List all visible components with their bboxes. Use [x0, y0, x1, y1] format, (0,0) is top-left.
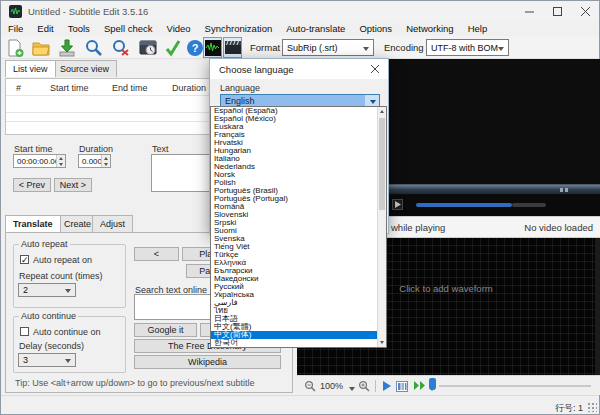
column-header-end-time[interactable]: End time	[112, 83, 148, 93]
language-option[interactable]: ไทย	[211, 307, 377, 315]
column-header-duration[interactable]: Duration	[172, 83, 206, 93]
google-it-button[interactable]: Google it	[134, 323, 197, 337]
language-option[interactable]: Srpski	[211, 219, 377, 227]
column-header-number[interactable]: #	[16, 83, 21, 93]
maximize-button[interactable]	[543, 1, 571, 21]
video-toggle-icon[interactable]	[223, 37, 242, 58]
dialog-close-icon[interactable]	[362, 59, 388, 79]
tab-translate[interactable]: Translate	[5, 215, 61, 232]
language-option[interactable]: Norsk	[211, 171, 377, 179]
spell-check-icon[interactable]	[162, 37, 184, 58]
language-option[interactable]: Italiano	[211, 155, 377, 163]
toolbar: ? Format SubRip (.srt) Encoding UTF-8 wi…	[1, 36, 599, 59]
language-option[interactable]: Hrvatski	[211, 139, 377, 147]
close-button[interactable]	[571, 1, 599, 21]
menu-item[interactable]: Edit	[30, 21, 60, 36]
replace-icon[interactable]	[110, 37, 132, 58]
language-option[interactable]: Tiếng Việt	[211, 243, 377, 251]
language-option[interactable]: Hungarian	[211, 147, 377, 155]
language-option[interactable]: Nederlands	[211, 163, 377, 171]
scroll-up-icon[interactable]	[378, 107, 386, 116]
playback-speed-icon[interactable]	[413, 380, 426, 393]
language-option[interactable]: Türkçe	[211, 251, 377, 259]
encoding-select[interactable]: UTF-8 with BOM	[426, 39, 509, 56]
volume-slider[interactable]	[416, 203, 512, 207]
language-option[interactable]: Português (Brasil)	[211, 187, 377, 195]
format-select[interactable]: SubRip (.srt)	[282, 39, 374, 56]
tab-adjust[interactable]: Adjust	[92, 215, 133, 232]
language-option[interactable]: Français	[211, 131, 377, 139]
minimize-button[interactable]	[515, 1, 543, 21]
tab-list-view[interactable]: List view	[5, 60, 56, 77]
resize-grip[interactable]	[587, 402, 597, 412]
scroll-down-icon[interactable]	[378, 338, 386, 347]
waveform-zoom-value[interactable]: 100%	[320, 381, 343, 391]
language-option[interactable]: Svenska	[211, 235, 377, 243]
tab-source-view[interactable]: Source view	[52, 60, 117, 77]
language-option[interactable]: فارسي	[211, 299, 377, 307]
language-option[interactable]: 日本語	[211, 315, 377, 323]
delay-select[interactable]: 3	[18, 353, 76, 367]
language-option[interactable]: Slovenski	[211, 211, 377, 219]
auto-continue-title: Auto continue	[19, 311, 78, 321]
wikipedia-button[interactable]: Wikipedia	[134, 355, 281, 369]
waveform-scrollbar[interactable]	[595, 238, 600, 375]
menu-item[interactable]: File	[1, 21, 30, 36]
video-play-icon[interactable]	[392, 199, 403, 210]
save-icon[interactable]	[56, 37, 78, 58]
language-option[interactable]: Русский	[211, 283, 377, 291]
app-icon	[9, 5, 22, 18]
language-option[interactable]: Português (Portugal)	[211, 195, 377, 203]
language-option[interactable]: Български	[211, 267, 377, 275]
position-slider-handle[interactable]	[429, 378, 436, 390]
visual-sync-icon[interactable]	[137, 37, 159, 58]
column-header-start-time[interactable]: Start time	[50, 83, 89, 93]
open-file-icon[interactable]	[30, 37, 52, 58]
menu-item[interactable]: Spell check	[97, 21, 160, 36]
scrollbar-thumb[interactable]	[379, 118, 385, 210]
language-option[interactable]: Română	[211, 203, 377, 211]
auto-repeat-checkbox[interactable]: ✓	[20, 255, 29, 264]
menu-item[interactable]: Tools	[61, 21, 97, 36]
zoom-out-icon[interactable]	[304, 380, 316, 394]
waveform-play-icon[interactable]	[382, 380, 392, 394]
language-option[interactable]: 中文(简体)	[211, 331, 377, 339]
language-option[interactable]: Ελληνικά	[211, 259, 377, 267]
svg-text:?: ?	[192, 42, 199, 54]
language-option[interactable]: Español (España)	[211, 107, 377, 115]
spinner-arrows-icon[interactable]	[56, 155, 65, 167]
language-option[interactable]: Українська	[211, 291, 377, 299]
menu-item[interactable]: Video	[159, 21, 197, 36]
prev-button[interactable]: < Prev	[13, 178, 51, 192]
menu-item[interactable]: Networking	[399, 21, 461, 36]
find-icon[interactable]	[83, 37, 105, 58]
new-file-icon[interactable]	[4, 37, 26, 58]
menu-item[interactable]: Options	[352, 21, 399, 36]
language-option[interactable]: Македонски	[211, 275, 377, 283]
position-slider-track[interactable]	[439, 385, 591, 387]
language-option[interactable]: Suomi	[211, 227, 377, 235]
dropdown-scrollbar[interactable]	[377, 107, 386, 347]
repeat-count-label: Repeat count (times)	[19, 271, 103, 281]
language-option[interactable]: 中文(繁體)	[211, 323, 377, 331]
language-option[interactable]: Español (México)	[211, 115, 377, 123]
language-option[interactable]: 한국어	[211, 339, 377, 347]
duration-spinner[interactable]: 0.000	[78, 154, 111, 168]
language-option[interactable]: Euskara	[211, 123, 377, 131]
dialog-title-bar: Choose language	[210, 59, 388, 79]
repeat-count-select[interactable]: 2	[18, 283, 76, 297]
menu-item[interactable]: Help	[461, 21, 495, 36]
language-option[interactable]: Polish	[211, 179, 377, 187]
next-button[interactable]: Next >	[54, 178, 92, 192]
menu-item[interactable]: Auto-translate	[279, 21, 352, 36]
zoom-in-icon[interactable]	[358, 380, 370, 394]
waveform-toggle-icon[interactable]	[203, 37, 222, 58]
auto-continue-checkbox[interactable]	[20, 327, 29, 336]
menu-item[interactable]: Synchronization	[198, 21, 280, 36]
delay-label: Delay (seconds)	[19, 341, 84, 351]
start-time-spinner[interactable]: 00:00:00.000	[13, 154, 66, 168]
spectrogram-view-icon[interactable]	[396, 380, 408, 394]
back-button[interactable]: <	[134, 247, 179, 261]
chevron-down-icon[interactable]	[349, 387, 355, 391]
spinner-arrows-icon[interactable]	[101, 155, 110, 167]
